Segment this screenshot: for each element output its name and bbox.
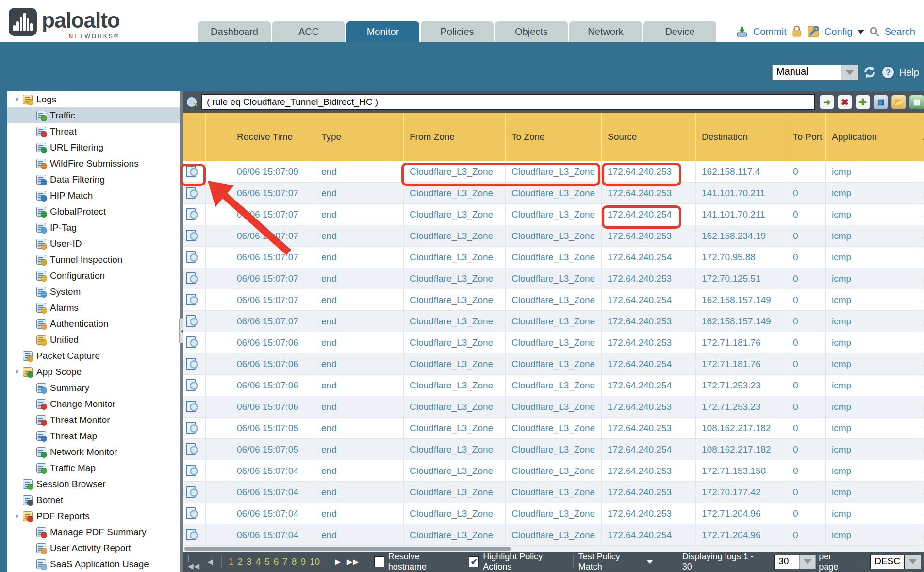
cell-application[interactable]: icmp [826,225,917,246]
column-header-to-zone[interactable]: To Zone [506,113,602,161]
cell-from-zone[interactable]: Cloudflare_L3_Zone [404,225,506,246]
config-caret-icon[interactable] [858,30,864,34]
page-number-6[interactable]: 6 [274,556,279,567]
log-detail-magnifier-icon[interactable] [186,208,198,221]
per-page-caret[interactable] [799,555,816,569]
cell-action[interactable]: a [917,482,924,503]
cell-source[interactable]: 172.64.240.254 [602,247,696,268]
load-filter-icon[interactable]: 📂 [891,95,906,109]
cell-destination[interactable]: 172.71.204.96 [696,524,787,545]
cell-receive-time[interactable]: 06/06 15:07:05 [231,439,315,460]
cell-destination[interactable]: 172.71.153.150 [696,460,787,481]
cell-application[interactable]: icmp [826,460,917,481]
cell-destination[interactable]: 108.162.217.182 [696,418,787,438]
cell-type[interactable]: end [315,225,404,246]
cell-source[interactable]: 172.64.240.253 [602,161,696,182]
cell-source[interactable]: 172.64.240.253 [602,460,696,481]
cell-from-zone[interactable]: Cloudflare_L3_Zone [404,353,506,374]
cell-receive-time[interactable]: 06/06 15:07:04 [231,482,315,503]
cell-application[interactable]: icmp [826,396,917,417]
cell-type[interactable]: end [315,503,404,524]
last-page-button[interactable]: ▶▶ [347,557,359,566]
test-policy-match-caret-icon[interactable] [646,560,653,564]
cell-to-zone[interactable]: Cloudflare_L3_Zone [506,204,602,225]
log-detail-magnifier-icon[interactable] [186,529,198,541]
cell-from-zone[interactable]: Cloudflare_L3_Zone [404,289,506,310]
cell-to-port[interactable]: 0 [787,161,826,182]
cell-destination[interactable]: 172.70.177.42 [696,482,787,503]
per-page-select[interactable]: 30 [774,555,816,569]
cell-action[interactable]: a [917,396,924,417]
cell-action[interactable]: a [917,503,924,524]
tab-device[interactable]: Device [644,21,716,42]
page-number-2[interactable]: 2 [237,556,243,567]
horizontal-scrollbar-thumb[interactable] [184,547,511,551]
cell-to-zone[interactable]: Cloudflare_L3_Zone [506,311,602,332]
cell-to-zone[interactable]: Cloudflare_L3_Zone [506,460,602,481]
tab-acc[interactable]: ACC [272,21,345,42]
cell-action[interactable]: a [917,311,924,332]
column-header-from-zone[interactable]: From Zone [404,113,506,161]
cell-source[interactable]: 172.64.240.253 [602,311,696,332]
cell-to-port[interactable]: 0 [787,353,826,374]
cell-source[interactable]: 172.64.240.253 [602,183,696,203]
sidebar-item-user-id[interactable]: User-ID [7,236,180,252]
page-number-8[interactable]: 8 [292,556,297,567]
log-detail-magnifier-icon[interactable] [186,443,198,456]
cell-receive-time[interactable]: 06/06 15:07:07 [231,247,315,268]
cell-to-zone[interactable]: Cloudflare_L3_Zone [506,439,602,460]
cell-type[interactable]: end [315,375,404,396]
cell-destination[interactable]: 172.71.253.23 [696,375,787,396]
test-policy-match-button[interactable]: Test Policy Match [578,552,643,572]
save-filter-icon[interactable]: ▥ [874,95,888,109]
cell-type[interactable]: end [315,353,404,374]
sidebar-item-threat-map[interactable]: Threat Map [7,428,180,444]
sidebar-item-change-monitor[interactable]: Change Monitor [7,396,180,412]
cell-destination[interactable]: 172.71.181.76 [696,332,787,353]
sort-order-select[interactable]: DESC [870,555,921,569]
refresh-mode-select[interactable]: Manual [772,65,858,80]
cell-application[interactable]: icmp [826,289,917,310]
cell-to-zone[interactable]: Cloudflare_L3_Zone [506,225,602,246]
cell-type[interactable]: end [315,524,404,545]
cell-action[interactable]: a [917,161,924,182]
sidebar-item-hip-match[interactable]: HIP Match [7,187,180,203]
cell-from-zone[interactable]: Cloudflare_L3_Zone [404,396,506,417]
export-icon[interactable]: ▦ [909,95,924,109]
cell-type[interactable]: end [315,161,404,182]
log-detail-magnifier-icon[interactable] [186,422,198,435]
cell-application[interactable]: icmp [826,183,917,203]
log-detail-magnifier-icon[interactable] [186,401,198,413]
cell-type[interactable]: end [315,482,404,503]
cell-receive-time[interactable]: 06/06 15:07:04 [231,524,315,545]
cell-application[interactable]: icmp [826,503,917,524]
page-number-10[interactable]: 10 [310,556,320,567]
cell-type[interactable]: end [315,183,404,203]
cell-type[interactable]: end [315,460,404,481]
log-detail-magnifier-icon[interactable] [186,272,198,285]
cell-from-zone[interactable]: Cloudflare_L3_Zone [404,161,506,182]
tab-monitor[interactable]: Monitor [346,21,419,42]
highlight-policy-actions-checkbox[interactable]: ✔ [469,556,479,567]
cell-type[interactable]: end [315,268,404,289]
cell-receive-time[interactable]: 06/06 15:07:06 [231,353,315,374]
cell-source[interactable]: 172.64.240.254 [602,375,696,396]
sidebar-item-alarms[interactable]: Alarms [7,300,180,316]
first-page-button[interactable]: |◀◀ [188,554,201,571]
prev-page-button[interactable]: ◀ [207,557,214,566]
cell-from-zone[interactable]: Cloudflare_L3_Zone [404,503,506,524]
cell-to-zone[interactable]: Cloudflare_L3_Zone [506,183,602,203]
cell-to-port[interactable]: 0 [787,503,826,524]
sidebar-item-summary[interactable]: Summary [7,380,180,396]
sidebar-item-unified[interactable]: Unified [7,332,180,348]
cell-action[interactable]: a [917,353,924,374]
page-number-1[interactable]: 1 [229,556,234,567]
cell-type[interactable]: end [315,311,404,332]
cell-to-port[interactable]: 0 [787,268,826,289]
add-filter-icon[interactable]: ✚ [856,95,870,109]
page-number-4[interactable]: 4 [256,556,261,567]
cell-type[interactable]: end [315,439,404,460]
log-detail-magnifier-icon[interactable] [186,507,198,520]
log-detail-magnifier-icon[interactable] [186,251,198,264]
page-number-5[interactable]: 5 [264,556,270,567]
